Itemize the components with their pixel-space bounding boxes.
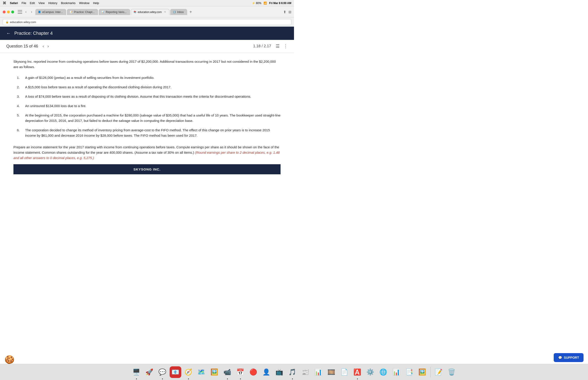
- menubar-history[interactable]: History: [48, 1, 57, 5]
- tab-inbox[interactable]: ℹ️ Inbox: [170, 9, 187, 15]
- question-header: Question 15 of 46 ‹ › 1.18 / 2.17 ☰ ⋮: [0, 40, 294, 53]
- list-view-icon[interactable]: ☰: [276, 43, 280, 49]
- address-bar[interactable]: 🔒 education.wiley.com: [3, 19, 291, 25]
- browser-toolbar: ‹ › 📘 eCampus: Inter... 📝 Practice: Chap…: [0, 6, 294, 18]
- tab-reporting[interactable]: 📊 Reporting Vario...: [99, 9, 130, 15]
- table-header: SKYSONG INC.: [13, 164, 281, 174]
- list-item: 6. The corporation decided to change its…: [13, 128, 281, 138]
- tab-practice-label: Practice: Chapt...: [74, 11, 95, 14]
- item-5-text: At the beginning of 2015, the corporatio…: [25, 113, 281, 123]
- list-item: 3. A loss of $74,000 before taxes as a r…: [13, 94, 281, 99]
- reporting-favicon: 📊: [101, 11, 104, 14]
- tab-practice[interactable]: 📝 Practice: Chapt...: [67, 9, 98, 15]
- item-2-num: 2.: [13, 84, 20, 90]
- tab-ecampus-label: eCampus: Inter...: [42, 11, 63, 14]
- question-list: 1. A gain of $126,000 (pretax) as a resu…: [13, 75, 281, 138]
- item-3-num: 3.: [13, 94, 20, 99]
- item-5-num: 5.: [13, 113, 20, 123]
- score-display: 1.18 / 2.17: [253, 44, 271, 48]
- menubar-view[interactable]: View: [38, 1, 45, 5]
- question-nav: ‹ ›: [43, 44, 49, 49]
- new-tab-button[interactable]: +: [188, 9, 193, 16]
- more-options-icon[interactable]: ⋮: [283, 43, 288, 49]
- tab-close-icon[interactable]: ✕: [164, 11, 166, 13]
- traffic-lights[interactable]: [3, 11, 14, 13]
- back-button[interactable]: ‹: [24, 9, 28, 15]
- tab-inbox-label: Inbox: [177, 11, 184, 14]
- tab-education[interactable]: 📚 education.wiley.com ✕: [131, 9, 170, 15]
- item-1-text: A gain of $126,000 (pretax) as a result …: [25, 75, 281, 80]
- extensions-icon[interactable]: ⊞: [288, 10, 291, 14]
- item-4-num: 4.: [13, 103, 20, 109]
- header-icons: ☰ ⋮: [276, 43, 288, 49]
- forward-button[interactable]: ›: [30, 9, 33, 15]
- content-area: Skysong Inc. reported income from contin…: [0, 53, 294, 179]
- address-text: education.wiley.com: [10, 20, 36, 24]
- system-time: Fri Mar 8 6:00 AM: [269, 1, 291, 5]
- ecampus-favicon: 📘: [38, 11, 41, 14]
- browser-chrome: ‹ › 📘 eCampus: Inter... 📝 Practice: Chap…: [0, 6, 294, 27]
- item-2-text: A $15,000 loss before taxes as a result …: [25, 84, 281, 90]
- minimize-button[interactable]: [7, 11, 10, 13]
- inbox-favicon: ℹ️: [173, 11, 176, 14]
- sidebar-toggle[interactable]: [18, 10, 22, 14]
- menubar: ⌘ Safari File Edit View History Bookmark…: [0, 0, 294, 6]
- address-bar-row: 🔒 education.wiley.com: [0, 18, 294, 26]
- menubar-window[interactable]: Window: [79, 1, 89, 5]
- menubar-bookmarks[interactable]: Bookmarks: [61, 1, 76, 5]
- menubar-help[interactable]: Help: [93, 1, 99, 5]
- menubar-edit[interactable]: Edit: [30, 1, 35, 5]
- list-item: 2. A $15,000 loss before taxes as a resu…: [13, 84, 281, 90]
- close-button[interactable]: [3, 11, 6, 13]
- list-item: 1. A gain of $126,000 (pretax) as a resu…: [13, 75, 281, 80]
- browser-toolbar-icons: ⬆ ⊞: [283, 10, 291, 14]
- item-1-num: 1.: [13, 75, 20, 80]
- tab-ecampus[interactable]: 📘 eCampus: Inter...: [35, 9, 66, 15]
- tab-education-label: education.wiley.com: [138, 11, 162, 14]
- item-6-num: 6.: [13, 128, 20, 138]
- menubar-safari[interactable]: Safari: [10, 1, 18, 5]
- back-nav-button[interactable]: ←: [6, 31, 11, 36]
- chapter-title: Practice: Chapter 4: [14, 31, 53, 36]
- fullscreen-button[interactable]: [11, 11, 14, 13]
- battery-icon: ⚡ 80%: [252, 1, 261, 5]
- lock-icon: 🔒: [6, 21, 9, 23]
- item-4-text: An uninsured $134,000 loss due to a fire…: [25, 103, 281, 109]
- intro-text: Skysong Inc. reported income from contin…: [13, 59, 281, 70]
- wifi-icon: 📶: [264, 1, 267, 5]
- menubar-file[interactable]: File: [21, 1, 26, 5]
- apple-menu[interactable]: ⌘: [3, 1, 6, 5]
- education-favicon: 📚: [133, 11, 136, 14]
- item-3-text: A loss of $74,000 before taxes as a resu…: [25, 94, 281, 99]
- share-icon[interactable]: ⬆: [283, 10, 286, 14]
- question-number: Question 15 of 46: [6, 44, 38, 49]
- list-item: 5. At the beginning of 2015, the corpora…: [13, 113, 281, 123]
- tab-reporting-label: Reporting Vario...: [106, 11, 127, 14]
- prepare-text: Prepare an income statement for the year…: [13, 145, 281, 161]
- app-header: ← Practice: Chapter 4: [0, 27, 294, 40]
- menubar-status: ⚡ 80% 📶 Fri Mar 8 6:00 AM: [252, 1, 291, 5]
- next-question-button[interactable]: ›: [48, 44, 49, 49]
- item-6-text: The corporation decided to change its me…: [25, 128, 281, 138]
- prev-question-button[interactable]: ‹: [43, 44, 44, 49]
- list-item: 4. An uninsured $134,000 loss due to a f…: [13, 103, 281, 109]
- practice-favicon: 📝: [70, 11, 73, 14]
